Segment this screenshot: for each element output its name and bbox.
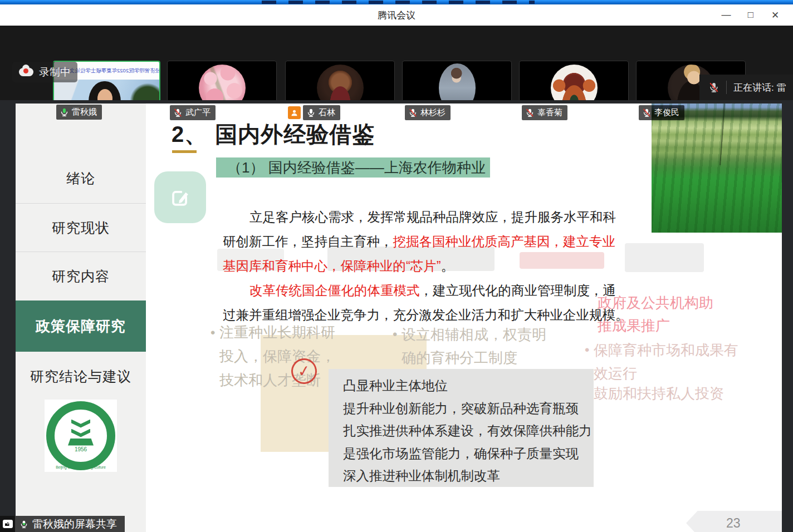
mic-muted-icon: [642, 108, 652, 117]
bullet-line: 保障育种市场和成果有: [594, 338, 738, 362]
name-tag: 雷秋娥: [56, 105, 102, 120]
pink-bullet-2: • 鼓励和扶持私人投资: [585, 382, 741, 405]
bullet-line: 设立相辅相成，权责明: [402, 323, 546, 346]
slide-subtitle: （1） 国内经验借鉴——上海农作物种业: [216, 157, 490, 178]
slide-sidebar: 绪论 研究现状 研究内容 政策保障研究 研究结论与建议 1956 Beijing…: [16, 104, 146, 532]
participant-strip: 经济管理学院2022年夏季硕士学位论文答辩会 雷秋娥 武广平: [0, 26, 793, 100]
logo-year: 1956: [75, 447, 87, 452]
sidebar-item-intro: 绪论: [16, 154, 146, 203]
name-tag: 辜香菊: [522, 105, 567, 120]
participant-name: 雷秋娥: [72, 107, 97, 117]
pink-bullet-1: • 保障育种市场和成果有 效运行: [585, 338, 741, 385]
farm-pole: [719, 104, 725, 165]
vertical-divider: [726, 81, 727, 94]
presenter-badge-icon: [288, 106, 301, 119]
bullet-dot: •: [211, 321, 219, 392]
checklist-line: 提升种业创新能力，突破新品种选育瓶颈: [343, 397, 594, 420]
sidebar-item-policy-active: 政策保障研究: [16, 301, 146, 352]
page-number: 23: [726, 516, 741, 531]
recording-red-dot: [23, 68, 28, 73]
title-underline: [172, 150, 197, 153]
faded-box: [625, 243, 704, 272]
para-text: ，建立现代化的商业管理制度，通: [420, 283, 616, 298]
minimize-button[interactable]: —: [714, 4, 738, 26]
maximize-button[interactable]: □: [738, 4, 763, 26]
name-tag: 石林: [303, 105, 340, 120]
participant-name: 武广平: [185, 107, 211, 118]
checklist-line: 扎实推进供种体系建设，有效保障供种能力: [343, 420, 594, 442]
body-paragraphs: 立足客户核心需求，发挥常规品种品牌效应，提升服务水平和科 研创新工作，坚持自主育…: [223, 205, 635, 327]
background-window-strip: [0, 0, 793, 4]
checklist-line: 深入推进种业体制机制改革: [343, 465, 594, 487]
farm-photo: [652, 104, 782, 233]
background-window-text-marks: [262, 1, 535, 4]
recording-indicator: 录制中: [12, 62, 77, 82]
para-text: 。: [441, 259, 454, 273]
checklist-box: 凸显种业主体地位 提升种业创新能力，突破新品种选育瓶颈 扎实推进供种体系建设，有…: [329, 369, 594, 487]
participant-name: 李俊民: [654, 107, 679, 118]
slide-title-text: 国内外经验借鉴: [215, 122, 375, 146]
sidebar-item-research-content: 研究内容: [16, 252, 146, 301]
mic-muted-icon: [708, 82, 719, 93]
speaking-label: 正在讲话: 雷: [733, 81, 786, 94]
bullet-line: 确的育种分工制度: [402, 346, 546, 370]
recording-cloud-icon: [19, 68, 33, 76]
check-glyph: ✓: [297, 362, 312, 381]
edit-icon: [154, 171, 206, 223]
logo-chevron: [71, 429, 90, 437]
name-tag: 林杉杉: [405, 105, 451, 120]
sidebar-item-research-status: 研究现状: [16, 203, 146, 252]
para-text: 立足客户核心需求，发挥常规品种品牌效应，提升服务水平和科: [249, 210, 616, 224]
para-text-red: 改革传统国企僵化的体重模式: [249, 283, 420, 298]
bullet-line: 鼓励和扶持私人投资: [594, 382, 724, 405]
share-label-bar: 雷秋娥的屏幕共享: [15, 516, 125, 532]
para-text-red: 挖掘各国种业优质高产基因，建立专业: [393, 234, 616, 249]
mic-on-icon: [60, 107, 69, 117]
slide-title: 2、国内外经验借鉴: [172, 119, 375, 150]
mic-muted-icon: [408, 108, 418, 117]
university-logo-ring: 1956 Beijing University of Agriculture: [46, 401, 115, 470]
mic-muted-icon: [173, 108, 183, 117]
mic-muted-icon: [525, 108, 535, 117]
bullet-line: 技术和人才垄断: [219, 368, 335, 392]
name-tag: 李俊民: [639, 105, 684, 120]
bullet-middle: • 设立相辅相成，权责明 确的育种分工制度: [393, 323, 549, 370]
close-button[interactable]: ✕: [763, 4, 787, 26]
speaking-indicator: 正在讲话: 雷: [699, 75, 793, 100]
screen-share-stage: 绪论 研究现状 研究内容 政策保障研究 研究结论与建议 1956 Beijing…: [0, 100, 793, 532]
para-text-red: 基因库和育种中心，保障种业的“芯片”: [223, 259, 441, 273]
bullet-dot: •: [393, 323, 402, 370]
mic-on-icon: [306, 108, 316, 117]
screen-share-bar: 雷秋娥的屏幕共享: [0, 516, 125, 532]
bullet-line: 投入，保障资金，: [219, 344, 335, 368]
logo-university-name: Beijing University of Agriculture: [55, 465, 107, 469]
participant-name: 辜香菊: [537, 107, 562, 118]
sidebar-item-conclusion: 研究结论与建议: [16, 352, 146, 401]
shared-slide: 绪论 研究现状 研究内容 政策保障研究 研究结论与建议 1956 Beijing…: [16, 104, 782, 532]
participant-name: 林杉杉: [420, 107, 446, 118]
app-title: 腾讯会议: [378, 9, 415, 22]
checklist-line: 凸显种业主体地位: [343, 375, 594, 397]
share-label: 雷秋娥的屏幕共享: [32, 517, 117, 531]
bullet-line: 注重种业长期科研: [219, 321, 335, 344]
mic-level-icon: [19, 520, 28, 529]
checklist-line: 是强化市场监管能力，确保种子质量实现: [343, 442, 594, 465]
page-number-pennant: 23: [686, 511, 782, 532]
university-logo: 1956 Beijing University of Agriculture: [45, 400, 117, 472]
participant-name: 石林: [319, 107, 335, 118]
titlebar: 腾讯会议 — □ ✕: [0, 4, 793, 26]
logo-chevron: [71, 420, 90, 428]
screen-share-icon: [3, 520, 13, 528]
slide-title-number: 2、: [172, 122, 207, 146]
name-tag: 武广平: [170, 105, 216, 120]
recording-label: 录制中: [39, 65, 71, 80]
share-icon-square: [0, 516, 15, 532]
para-text: 研创新工作，坚持自主育种，: [223, 234, 393, 249]
logo-book-shape: [68, 439, 94, 446]
window-controls: — □ ✕: [714, 4, 787, 26]
